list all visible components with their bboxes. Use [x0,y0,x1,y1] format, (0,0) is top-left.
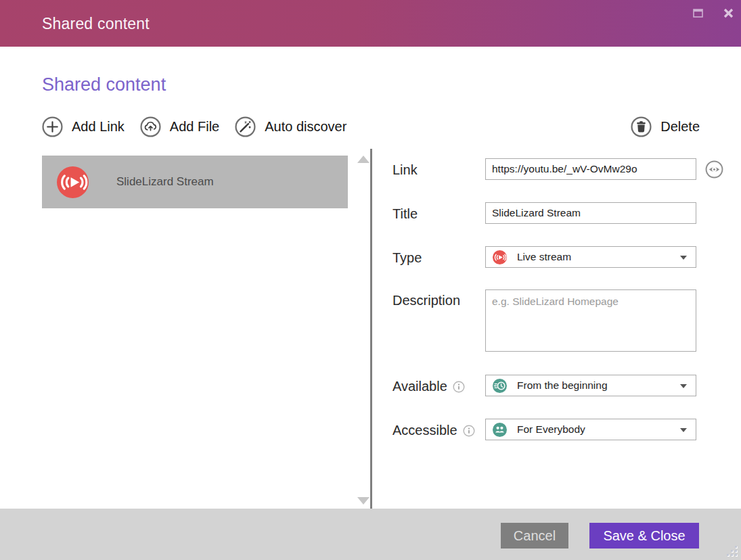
page-title: Shared content [42,74,166,95]
accessible-dropdown[interactable]: For Everybody [485,419,696,440]
list-item-title: SlideLizard Stream [116,175,214,189]
eye-icon [705,160,723,179]
description-textarea[interactable] [485,289,696,352]
trash-icon [631,116,652,137]
delete-button[interactable]: Delete [631,116,700,137]
auto-discover-label: Auto discover [265,119,346,135]
accessible-value: For Everybody [517,423,585,436]
preview-link-button[interactable] [705,160,723,179]
available-label: Available [392,377,465,395]
close-icon [723,8,734,18]
link-label: Link [392,161,418,179]
list-item-slidelizard-stream[interactable]: SlideLizard Stream [42,156,348,208]
add-file-button[interactable]: Add File [140,116,219,137]
available-value: From the beginning [517,379,608,392]
scrollbar-down-arrow[interactable] [357,497,369,505]
magic-wand-icon [235,116,256,137]
type-dropdown[interactable]: Live stream [485,246,696,268]
footer-bar: Cancel Save & Close [0,509,741,560]
toolbar: Add Link Add File Auto discover [42,116,346,137]
shared-content-dialog: Shared content Shared content Add Link [0,0,741,560]
type-label: Type [392,249,422,266]
info-icon[interactable] [453,381,465,393]
titlebar: Shared content [0,0,741,47]
add-link-button[interactable]: Add Link [42,116,125,137]
save-close-button[interactable]: Save & Close [589,523,699,549]
maximize-button[interactable] [687,4,709,22]
people-icon [493,423,507,437]
close-button[interactable] [717,4,739,22]
info-icon[interactable] [463,425,475,437]
description-label: Description [392,291,460,309]
plus-circle-icon [42,116,63,137]
auto-discover-button[interactable]: Auto discover [235,116,346,137]
live-stream-icon [493,250,507,264]
panel-divider [370,149,372,509]
available-dropdown[interactable]: From the beginning [485,375,696,396]
delete-label: Delete [660,119,700,135]
add-link-label: Add Link [72,119,125,135]
accessible-label: Accessible [392,421,475,439]
cloud-upload-icon [140,116,161,137]
scrollbar-up-arrow[interactable] [357,156,369,163]
chevron-down-icon [680,428,687,432]
title-input[interactable] [485,202,696,224]
cancel-button[interactable]: Cancel [501,523,568,549]
live-stream-icon [57,166,89,198]
resize-grip[interactable] [727,546,739,558]
title-label: Title [392,205,418,223]
window-title: Shared content [42,14,150,32]
add-file-label: Add File [170,119,219,135]
history-clock-icon [493,379,507,393]
link-input[interactable] [485,158,696,180]
chevron-down-icon [680,256,687,260]
type-value: Live stream [517,251,571,263]
maximize-icon [693,9,703,18]
chevron-down-icon [680,384,687,388]
